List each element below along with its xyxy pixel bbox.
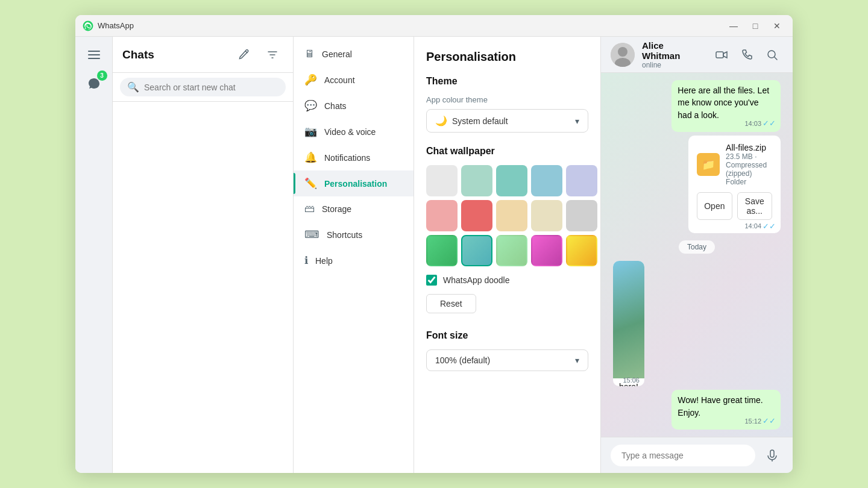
doodle-checkbox-row: WhatsApp doodle xyxy=(426,275,588,286)
settings-item-label-storage: Storage xyxy=(322,204,351,214)
mic-button[interactable] xyxy=(761,445,783,466)
contact-avatar xyxy=(611,43,635,67)
message-time: 14:03 ✓✓ xyxy=(744,118,776,130)
whatsapp-logo-icon xyxy=(83,20,93,31)
settings-item-label-video: Video & voice xyxy=(324,127,376,137)
message-time-2: 15:12 ✓✓ xyxy=(744,416,776,427)
settings-item-shortcuts[interactable]: ⌨ Shortcuts xyxy=(294,222,414,248)
file-bubble: 📁 All-files.zip 23.5 MB · Compressed (zi… xyxy=(688,136,781,233)
photo-caption: here! 15:06 xyxy=(613,378,644,387)
wallpaper-swatch-s14[interactable] xyxy=(531,235,562,266)
new-chat-button[interactable] xyxy=(233,44,254,66)
settings-item-chats[interactable]: 💬 Chats xyxy=(294,93,414,119)
minimize-button[interactable]: — xyxy=(725,19,742,33)
personalisation-panel: Personalisation Theme App colour theme 🌙… xyxy=(414,37,601,473)
settings-item-label-help: Help xyxy=(315,256,333,266)
theme-subtitle: App colour theme xyxy=(426,95,588,104)
theme-dropdown-icon: 🌙 xyxy=(435,115,447,127)
wallpaper-swatch-s15[interactable] xyxy=(566,235,597,266)
wallpaper-swatch-s8[interactable] xyxy=(496,200,527,231)
date-divider: Today xyxy=(679,240,715,254)
wallpaper-swatch-s10[interactable] xyxy=(566,200,597,231)
wallpaper-swatch-s13[interactable] xyxy=(496,235,527,266)
tick-icon: ✓✓ xyxy=(763,118,776,130)
doodle-checkbox[interactable] xyxy=(426,275,437,286)
title-bar: WhatsApp — □ ✕ xyxy=(75,15,793,37)
message-text-2: Wow! Have great time. Enjoy. xyxy=(678,395,763,417)
svg-rect-3 xyxy=(88,58,100,59)
title-bar-logo: WhatsApp xyxy=(83,20,725,31)
maximize-button[interactable]: □ xyxy=(747,19,764,33)
settings-item-label-account: Account xyxy=(324,75,355,85)
personalisation-title: Personalisation xyxy=(426,50,588,64)
settings-item-label-shortcuts: Shortcuts xyxy=(327,230,362,240)
svg-point-5 xyxy=(618,47,627,57)
photo-bubble: here! 15:06 xyxy=(613,261,644,387)
settings-item-personalisation[interactable]: ✏️ Personalisation xyxy=(294,170,414,196)
search-input[interactable] xyxy=(144,83,278,92)
filter-button[interactable] xyxy=(262,44,283,66)
settings-item-label-personalisation: Personalisation xyxy=(324,179,387,189)
reset-button[interactable]: Reset xyxy=(426,294,476,313)
font-dropdown[interactable]: 100% (default) ▾ xyxy=(426,349,588,371)
settings-item-general[interactable]: 🖥 General xyxy=(294,42,414,67)
voice-call-button[interactable] xyxy=(736,44,758,66)
settings-item-notifications[interactable]: 🔔 Notifications xyxy=(294,145,414,170)
search-box: 🔍 xyxy=(113,73,293,102)
settings-item-help[interactable]: ℹ Help xyxy=(294,248,414,274)
file-meta: 23.5 MB · Compressed (zipped) Folder xyxy=(726,152,772,186)
wallpaper-swatch-s12[interactable] xyxy=(461,235,492,266)
phone-icon xyxy=(741,49,753,61)
photo-time: 15:06 xyxy=(623,377,640,384)
file-actions: Open Save as... xyxy=(697,192,772,220)
tick-icon: ✓✓ xyxy=(763,222,776,231)
wallpaper-swatch-s4[interactable] xyxy=(531,165,562,196)
wallpaper-swatch-s3[interactable] xyxy=(496,165,527,196)
video-icon: 📷 xyxy=(304,125,317,138)
chat-panel-header: Chats xyxy=(113,37,293,73)
search-chat-button[interactable] xyxy=(761,44,783,66)
settings-item-storage[interactable]: 🗃 Storage xyxy=(294,196,414,222)
save-file-button[interactable]: Save as... xyxy=(737,192,772,220)
chats-settings-icon: 💬 xyxy=(304,99,317,112)
font-dropdown-text: 100% (default) xyxy=(435,355,570,365)
mic-icon xyxy=(766,449,779,462)
close-button[interactable]: ✕ xyxy=(769,19,785,33)
avatar-placeholder xyxy=(611,43,635,67)
chat-badge: 3 xyxy=(97,70,107,81)
theme-dropdown-arrow: ▾ xyxy=(575,116,579,126)
menu-button[interactable] xyxy=(82,43,106,67)
settings-item-account[interactable]: 🔑 Account xyxy=(294,67,414,93)
sidebar-nav: 3 xyxy=(75,37,113,473)
search-icon: 🔍 xyxy=(127,81,139,93)
app-window: WhatsApp — □ ✕ 3 xyxy=(75,15,793,473)
message-sent-text-2: Wow! Have great time. Enjoy. 15:12 ✓✓ xyxy=(671,390,781,430)
message-text: Here are all the files. Let me know once… xyxy=(678,86,769,120)
font-dropdown-arrow: ▾ xyxy=(575,355,579,365)
zip-file-icon: 📁 xyxy=(697,153,720,176)
wallpaper-grid xyxy=(426,165,588,266)
doodle-label: WhatsApp doodle xyxy=(443,275,510,285)
wallpaper-swatch-s11[interactable] xyxy=(426,235,458,266)
file-info: All-files.zip 23.5 MB · Compressed (zipp… xyxy=(726,143,772,186)
wallpaper-swatch-s7[interactable] xyxy=(461,200,492,231)
settings-item-video[interactable]: 📷 Video & voice xyxy=(294,119,414,145)
wallpaper-swatch-s1[interactable] xyxy=(426,165,458,196)
wallpaper-section-title: Chat wallpaper xyxy=(426,146,588,157)
wallpaper-swatch-s2[interactable] xyxy=(461,165,492,196)
video-call-icon xyxy=(715,49,728,61)
general-icon: 🖥 xyxy=(304,48,315,60)
video-call-button[interactable] xyxy=(711,44,732,66)
search-box-inner: 🔍 xyxy=(120,78,286,96)
chat-header-info: Alice Whitman online xyxy=(642,40,703,69)
open-file-button[interactable]: Open xyxy=(697,192,732,220)
chat-panel: Chats 🔍 xyxy=(113,37,294,473)
settings-item-label-chats: Chats xyxy=(324,101,347,111)
wallpaper-swatch-s5[interactable] xyxy=(566,165,597,196)
chat-area: Alice Whitman online xyxy=(601,37,793,473)
wallpaper-swatch-s6[interactable] xyxy=(426,200,458,231)
wallpaper-swatch-s9[interactable] xyxy=(531,200,562,231)
app-body: 3 Chats 🔍 xyxy=(75,37,793,473)
message-input[interactable] xyxy=(611,445,755,466)
theme-dropdown[interactable]: 🌙 System default ▾ xyxy=(426,109,588,133)
